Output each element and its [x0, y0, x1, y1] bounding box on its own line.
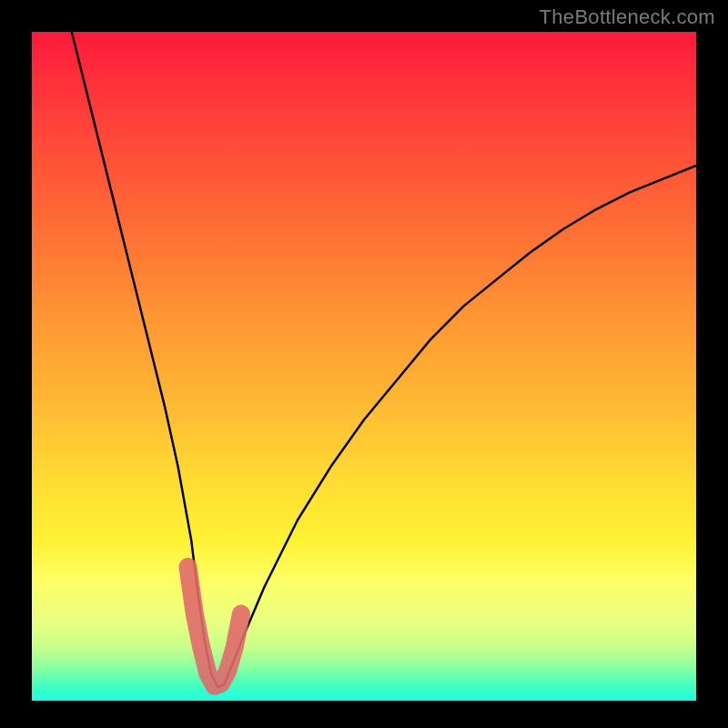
- bottom-highlight: [188, 567, 241, 686]
- bottleneck-curve: [72, 32, 696, 687]
- bottleneck-curve-svg: [32, 32, 696, 701]
- chart-area: [32, 32, 696, 701]
- watermark-text: TheBottleneck.com: [540, 5, 715, 29]
